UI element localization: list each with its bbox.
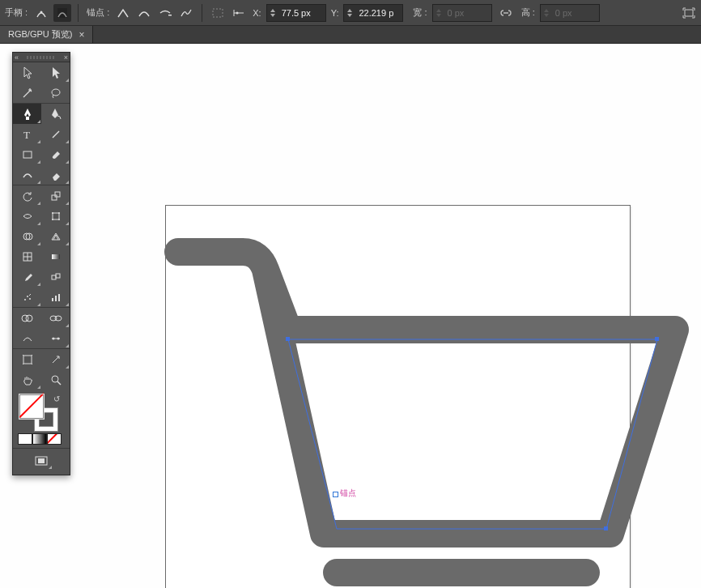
svg-rect-46 — [38, 458, 45, 463]
scale-tool[interactable] — [41, 185, 70, 206]
fit-artboard-icon[interactable] — [680, 4, 698, 22]
fill-swatch[interactable] — [19, 394, 44, 419]
svg-point-43 — [52, 376, 58, 382]
svg-rect-35 — [58, 294, 60, 301]
mesh-tool[interactable] — [13, 246, 41, 266]
rotate-tool[interactable] — [13, 185, 41, 206]
svg-rect-13 — [26, 117, 29, 120]
w-field — [444, 8, 491, 18]
gradient-tool[interactable] — [41, 246, 70, 266]
artboard[interactable] — [165, 205, 631, 588]
svg-rect-18 — [55, 192, 60, 197]
link-wh-icon[interactable] — [497, 4, 515, 22]
rectangle-tool[interactable] — [13, 144, 41, 164]
align-left-icon[interactable] — [230, 4, 248, 22]
shaper-tool[interactable] — [13, 164, 41, 185]
x-input[interactable] — [266, 4, 326, 22]
perspective-grid-tool[interactable] — [41, 226, 70, 246]
shape-builder-tool[interactable] — [13, 226, 41, 246]
free-transform-tool[interactable] — [41, 206, 70, 226]
h-field — [552, 8, 599, 18]
svg-point-20 — [52, 212, 53, 214]
svg-point-32 — [29, 298, 31, 300]
eyedropper-tool[interactable] — [13, 266, 41, 287]
color-mode-gradient[interactable] — [32, 433, 47, 445]
screen-mode-button[interactable] — [30, 452, 53, 470]
close-icon[interactable]: × — [64, 53, 68, 62]
canvas-area[interactable]: 锚点 — [0, 44, 701, 588]
active-anchor-point[interactable] — [333, 492, 338, 497]
convert-smooth-icon[interactable] — [135, 4, 153, 22]
fill-stroke-control[interactable]: ↺ — [13, 390, 70, 433]
svg-point-23 — [58, 219, 60, 220]
document-tab[interactable]: RGB/GPU 预览) × — [0, 26, 93, 43]
slice-tool[interactable] — [41, 308, 70, 328]
lasso-tool[interactable] — [41, 83, 70, 103]
svg-rect-19 — [53, 213, 59, 219]
close-icon[interactable]: × — [79, 29, 84, 40]
w-input — [432, 4, 492, 22]
h-input — [540, 4, 600, 22]
svg-point-22 — [52, 219, 53, 220]
path-tool-extra2[interactable] — [41, 328, 70, 348]
path-tool-extra1[interactable] — [13, 328, 41, 348]
w-label: 宽 : — [411, 6, 428, 19]
type-tool[interactable]: T — [13, 124, 41, 144]
tools-panel[interactable]: « × T — [12, 52, 70, 475]
direct-selection-tool[interactable] — [41, 62, 70, 83]
handle-label: 手柄 : — [3, 6, 29, 19]
svg-text:T: T — [23, 129, 30, 140]
svg-rect-28 — [52, 275, 56, 279]
y-label: Y: — [329, 8, 341, 18]
svg-point-30 — [24, 299, 26, 300]
svg-rect-2 — [168, 15, 172, 16]
svg-point-31 — [27, 296, 28, 297]
line-segment-tool[interactable] — [41, 124, 70, 144]
eraser-tool[interactable] — [41, 164, 70, 185]
hand-tool[interactable] — [13, 369, 41, 390]
handle-show-icon[interactable] — [32, 4, 50, 22]
separator — [202, 4, 202, 22]
svg-rect-10 — [655, 337, 659, 341]
collapse-icon[interactable]: « — [15, 53, 19, 62]
pen-tool[interactable] — [13, 104, 41, 124]
swap-fill-stroke-icon[interactable]: ↺ — [53, 394, 60, 403]
paintbrush-tool[interactable] — [41, 144, 70, 164]
y-input[interactable] — [343, 4, 403, 22]
width-tool[interactable] — [13, 206, 41, 226]
cut-path-icon[interactable] — [177, 4, 195, 22]
x-field[interactable] — [278, 8, 325, 18]
selection-tool[interactable] — [13, 62, 41, 83]
document-tab-bar: RGB/GPU 预览) × — [0, 26, 701, 44]
anchor-badge: 锚点 — [340, 488, 356, 499]
remove-anchor-icon[interactable] — [156, 4, 174, 22]
symbol-sprayer-tool[interactable] — [13, 287, 41, 307]
magic-wand-tool[interactable] — [13, 83, 41, 103]
isolate-icon[interactable] — [209, 4, 227, 22]
color-mode-none[interactable] — [47, 433, 62, 445]
convert-corner-icon[interactable] — [114, 4, 132, 22]
y-field[interactable] — [355, 8, 402, 18]
artboard-tool[interactable] — [13, 308, 41, 328]
column-graph-tool[interactable] — [41, 287, 70, 307]
color-mode-solid[interactable] — [18, 433, 32, 445]
svg-point-39 — [55, 316, 62, 321]
artboard-tool-b[interactable] — [13, 349, 41, 369]
svg-line-44 — [57, 381, 61, 385]
svg-rect-7 — [685, 10, 693, 16]
handle-hide-icon[interactable] — [53, 4, 71, 22]
x-label: X: — [251, 8, 262, 18]
blend-tool[interactable] — [41, 266, 70, 287]
svg-rect-42 — [23, 356, 32, 364]
tools-panel-header[interactable]: « × — [13, 53, 70, 62]
zoom-tool[interactable] — [41, 369, 70, 390]
svg-rect-29 — [56, 274, 60, 278]
svg-point-41 — [57, 337, 59, 339]
svg-point-40 — [52, 337, 54, 339]
document-tab-title: RGB/GPU 预览) — [8, 28, 72, 40]
svg-rect-17 — [52, 195, 57, 200]
curvature-tool[interactable] — [41, 104, 70, 124]
control-bar: 手柄 : 锚点 : X: Y: 宽 : 高 : — [0, 0, 701, 26]
slice-tool-b[interactable] — [41, 349, 70, 369]
svg-point-6 — [236, 11, 239, 14]
